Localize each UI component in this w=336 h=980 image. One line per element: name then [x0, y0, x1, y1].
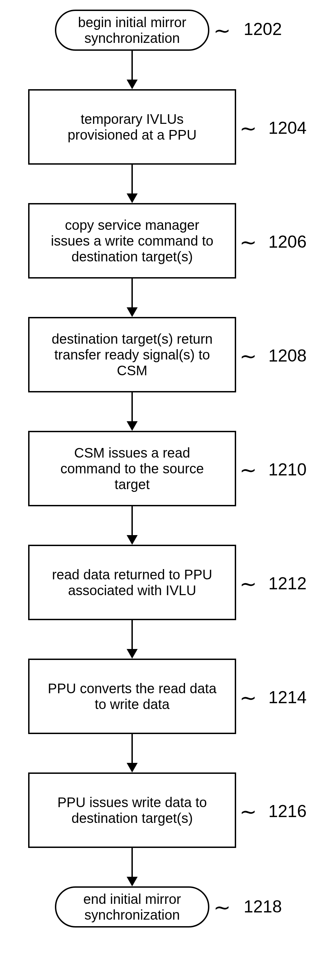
connector-tilde: ∼	[240, 688, 257, 708]
node-label: 1216	[268, 803, 306, 820]
node-label: 1214	[268, 689, 306, 706]
terminator-end: end initial mirror synchronization	[55, 886, 209, 928]
connector-tilde: ∼	[213, 21, 231, 41]
process-step: PPU converts the read data to write data	[28, 659, 236, 734]
connector-tilde: ∼	[240, 460, 257, 480]
node-label: 1210	[268, 461, 306, 478]
connector-tilde: ∼	[240, 118, 257, 139]
process-step: read data returned to PPU associated wit…	[28, 545, 236, 620]
process-step: PPU issues write data to destination tar…	[28, 773, 236, 848]
connector-tilde: ∼	[240, 232, 257, 253]
node-text: begin initial mirror synchronization	[78, 14, 186, 46]
node-label: 1206	[268, 233, 306, 250]
process-step: temporary IVLUs provisioned at a PPU	[28, 89, 236, 165]
node-text: PPU converts the read data to write data	[48, 681, 216, 712]
node-label: 1204	[268, 119, 306, 137]
process-step: destination target(s) return transfer re…	[28, 317, 236, 392]
node-text: PPU issues write data to destination tar…	[57, 794, 207, 826]
connector-tilde: ∼	[240, 574, 257, 595]
node-text: temporary IVLUs provisioned at a PPU	[68, 111, 197, 143]
terminator-begin: begin initial mirror synchronization	[55, 10, 209, 51]
node-label: 1202	[244, 21, 282, 38]
node-text: end initial mirror synchronization	[83, 891, 181, 923]
flowchart-canvas: begin initial mirror synchronization ∼ 1…	[0, 0, 336, 980]
node-text: copy service manager issues a write comm…	[51, 217, 213, 264]
node-label: 1218	[244, 898, 282, 915]
process-step: CSM issues a read command to the source …	[28, 431, 236, 506]
process-step: copy service manager issues a write comm…	[28, 203, 236, 278]
node-text: read data returned to PPU associated wit…	[52, 567, 212, 598]
connector-tilde: ∼	[213, 897, 231, 918]
connector-tilde: ∼	[240, 346, 257, 367]
connector-tilde: ∼	[240, 802, 257, 822]
node-label: 1212	[268, 575, 306, 592]
node-text: CSM issues a read command to the source …	[61, 445, 204, 492]
node-label: 1208	[268, 347, 306, 364]
node-text: destination target(s) return transfer re…	[51, 331, 212, 379]
